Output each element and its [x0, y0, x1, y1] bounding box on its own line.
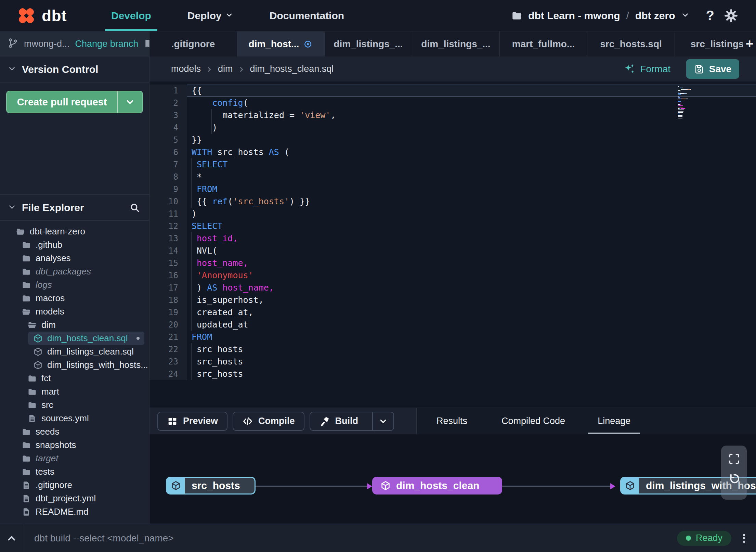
create-pr-dropdown[interactable]	[117, 91, 142, 113]
panel-tab-lineage[interactable]: Lineage	[598, 408, 630, 434]
code-text[interactable]: SELECT	[187, 220, 756, 232]
save-button[interactable]: Save	[686, 59, 739, 79]
tree-item-logs[interactable]: logs	[0, 278, 149, 292]
tree-item-dbt-learn-zero[interactable]: dbt-learn-zero	[0, 225, 149, 238]
minimap-line	[678, 107, 693, 107]
folder-icon	[22, 294, 31, 303]
git-branch-icon	[8, 38, 18, 50]
tree-item-sources-yml[interactable]: sources.yml	[0, 412, 149, 425]
code-text[interactable]: FROM	[187, 183, 756, 195]
code-text[interactable]: host_id,	[187, 232, 756, 245]
tab-dim-listings[interactable]: dim_listings_...	[325, 31, 412, 56]
tree-item-src[interactable]: src	[0, 398, 149, 412]
code-text[interactable]: )	[187, 208, 756, 220]
code-text[interactable]: materialized = 'view',	[187, 109, 756, 121]
tree-item-dim-hosts-clean-sql[interactable]: dim_hosts_clean.sql	[28, 332, 144, 345]
tab-mart-fullmo[interactable]: mart_fullmo...	[500, 31, 587, 56]
tree-item-tests[interactable]: tests	[0, 465, 149, 478]
tab-gitignore[interactable]: .gitignore	[149, 31, 237, 56]
tab-src-listings[interactable]: src_listings.	[675, 31, 743, 56]
tree-item-gitignore[interactable]: .gitignore	[0, 478, 149, 492]
command-input[interactable]: dbt build --select <model_name>	[34, 533, 174, 544]
build-main[interactable]: Build	[310, 412, 367, 430]
code-text[interactable]: *	[187, 171, 756, 183]
tree-item-dbt-project-yml[interactable]: dbt_project.yml	[0, 492, 149, 505]
help-button[interactable]: ?	[706, 8, 714, 23]
compile-button[interactable]: Compile	[233, 412, 304, 431]
lineage-node-src-hosts[interactable]: src_hosts	[166, 477, 256, 495]
code-text[interactable]: config(	[187, 97, 756, 109]
project-selector[interactable]: dbt Learn - mwong / dbt zero	[511, 10, 689, 22]
tree-item-dim-listings-clean-sql[interactable]: dim_listings_clean.sql	[0, 345, 149, 358]
tree-item-macros[interactable]: macros	[0, 292, 149, 305]
fullscreen-button[interactable]	[728, 452, 741, 465]
tree-item-dbt-packages[interactable]: dbt_packages	[0, 265, 149, 278]
change-branch-link[interactable]: Change branch	[75, 39, 139, 49]
nav-item-deploy[interactable]: Deploy	[184, 0, 237, 31]
code-text[interactable]: NVL(	[187, 245, 756, 257]
lineage-node-dim-hosts-clean[interactable]: dim_hosts_clean	[372, 477, 502, 495]
editor-header: modelsdimdim_hosts_clean.sql Format	[149, 56, 756, 81]
code-editor[interactable]: 1{{2 config(3 materialized = 'view',4 )5…	[149, 81, 756, 408]
tab-dim-host[interactable]: dim_host...	[237, 31, 325, 56]
tree-item-dim-listings-with-hosts[interactable]: dim_listings_with_hosts...	[0, 358, 149, 372]
create-pull-request-label[interactable]: Create pull request	[7, 91, 117, 113]
status-right: Ready	[677, 531, 756, 546]
panel-tab-results[interactable]: Results	[436, 408, 467, 434]
version-control-header[interactable]: Version Control	[0, 56, 149, 82]
tree-item-fct[interactable]: fct	[0, 372, 149, 385]
code-text[interactable]: updated_at	[187, 319, 756, 331]
build-options-chevron[interactable]	[372, 412, 393, 430]
tree-item-mart[interactable]: mart	[0, 385, 149, 398]
file-explorer-header[interactable]: File Explorer	[0, 195, 149, 221]
code-text[interactable]: WITH src_hosts AS (	[187, 146, 756, 158]
collapse-panel-button[interactable]	[0, 524, 23, 552]
code-text[interactable]: src_hosts	[187, 356, 756, 368]
folder-icon	[511, 10, 523, 22]
tree-item-snapshots[interactable]: snapshots	[0, 438, 149, 452]
code-text[interactable]: }}	[187, 134, 756, 146]
code-text[interactable]: {{	[187, 85, 756, 97]
tree-item-target[interactable]: target	[0, 452, 149, 465]
file-search-button[interactable]	[129, 202, 140, 213]
tree-item-dim[interactable]: dim	[0, 318, 149, 332]
lineage-canvas[interactable]: src_hostsdim_hosts_cleandim_listings_wit…	[149, 434, 756, 524]
code-text[interactable]: created_at,	[187, 306, 756, 319]
line-number: 17	[149, 282, 187, 294]
tree-item-readme-md[interactable]: README.md	[0, 505, 149, 518]
nav-item-develop[interactable]: Develop	[108, 0, 155, 31]
status-menu-button[interactable]	[738, 532, 750, 544]
sidebar: mwong-d... Change branch Version Control…	[0, 31, 149, 524]
code-text[interactable]: FROM	[187, 331, 756, 343]
nav-item-documentation[interactable]: Documentation	[266, 0, 348, 31]
tree-item-analyses[interactable]: analyses	[0, 252, 149, 265]
tab-dim-listings[interactable]: dim_listings_...	[412, 31, 500, 56]
tree-item-github[interactable]: .github	[0, 238, 149, 252]
code-text[interactable]: ) AS host_name,	[187, 282, 756, 294]
create-pull-request-button[interactable]: Create pull request	[6, 91, 143, 113]
tree-item-models[interactable]: models	[0, 305, 149, 318]
breadcrumb-item-dim: dim	[218, 64, 233, 74]
code-text[interactable]: host_name,	[187, 257, 756, 269]
tab-label: dim_host...	[249, 39, 299, 50]
minimap-line	[678, 86, 693, 87]
refresh-button[interactable]	[728, 472, 741, 485]
format-button[interactable]: Format	[624, 63, 670, 75]
code-text[interactable]: is_superhost,	[187, 294, 756, 306]
build-button[interactable]: Build	[310, 412, 394, 431]
tab-src-hosts-sql[interactable]: src_hosts.sql	[587, 31, 675, 56]
dbt-logo[interactable]: dbt	[16, 5, 67, 26]
code-text[interactable]: SELECT	[187, 158, 756, 171]
code-text[interactable]: src_hosts	[187, 368, 756, 380]
code-text[interactable]: 'Anonymous'	[187, 269, 756, 282]
code-text[interactable]: )	[187, 121, 756, 134]
indent-guide	[191, 158, 192, 208]
editor-minimap[interactable]	[678, 86, 693, 119]
code-text[interactable]: {{ ref('src_hosts') }}	[187, 195, 756, 208]
panel-tab-compiled-code[interactable]: Compiled Code	[501, 408, 565, 434]
preview-button[interactable]: Preview	[157, 412, 227, 431]
tree-item-seeds[interactable]: seeds	[0, 425, 149, 438]
code-text[interactable]: src_hosts	[187, 343, 756, 356]
new-tab-button[interactable]: +	[743, 31, 756, 56]
settings-gear-button[interactable]	[724, 9, 738, 23]
